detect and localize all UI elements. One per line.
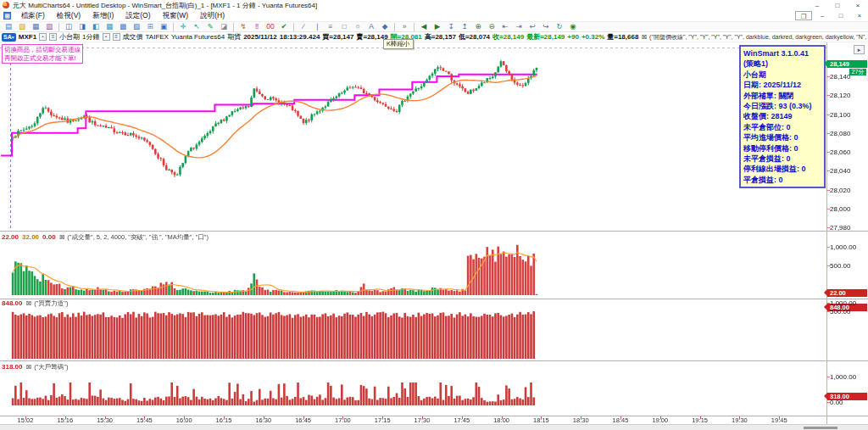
strength-value: 848.00 xyxy=(2,299,22,307)
volume-value: 量=18,668 xyxy=(607,32,638,42)
maximize-button[interactable]: □ xyxy=(827,1,848,10)
new-quote-window-icon[interactable]: ◨ xyxy=(75,22,89,31)
save-desktop-icon[interactable]: ▦ xyxy=(29,22,42,31)
compress-bars-icon[interactable]: ↧ xyxy=(444,22,458,31)
scroll-right-icon[interactable]: ⇥ xyxy=(512,22,526,31)
mdi-maximize-button[interactable]: □ xyxy=(832,11,849,20)
change-value: +90 xyxy=(567,33,579,41)
price-axis-label: 28,080 xyxy=(830,130,850,137)
bigplayer-checkbox-icon[interactable]: ⊠ xyxy=(25,363,31,371)
redo-icon[interactable]: ↪ xyxy=(539,22,553,31)
time-axis-label: 19:00 xyxy=(652,416,668,424)
marker-tool-icon[interactable]: ◆ xyxy=(378,22,392,31)
mdi-minimize-button[interactable]: – xyxy=(814,11,831,20)
winsmart-line: 未平倉損益: 0 xyxy=(743,154,821,164)
close-button[interactable]: × xyxy=(848,1,868,10)
symbol-label[interactable]: MXF1 xyxy=(19,33,36,41)
price-axis-label: 28,100 xyxy=(830,111,850,119)
time-axis-label: 17:15 xyxy=(375,416,391,424)
winsmart-strategy-panel: WinSmart 3.1.0.41(策略1)小台期日期: 2025/11/12外… xyxy=(739,45,826,188)
fibonacci-icon[interactable]: ≡ xyxy=(324,22,337,31)
menu-format[interactable]: 設定(O) xyxy=(120,11,156,21)
trade-warning-box: 切換商品，請切斷交易連線 再開啟正式交易才能下單! xyxy=(2,44,83,64)
menu-insert[interactable]: 新增(I) xyxy=(86,11,120,21)
drawing-tools-icon[interactable]: ✎ xyxy=(203,22,217,31)
time-axis-label: 16:45 xyxy=(295,416,311,424)
time-axis-label: 16:00 xyxy=(176,416,192,424)
chart-area: 切換商品，請切斷交易連線 再開啟正式交易才能下單! K棒縮小 WinSmart … xyxy=(0,42,868,430)
new-matrix-icon[interactable]: ▩ xyxy=(116,22,130,31)
price-axis-label: 28,040 xyxy=(830,167,850,175)
mdi-restore-button[interactable]: ❐ xyxy=(795,11,812,20)
mdi-close-button[interactable]: × xyxy=(851,11,868,20)
menu-bar: ▦ 檔案(F) 檢視(V) 新增(I) 設定(O) 視窗(W) 說明(H) ❐ … xyxy=(0,10,868,22)
order-entry-icon[interactable]: 00 xyxy=(264,22,277,31)
menu-file[interactable]: 檔案(F) xyxy=(15,11,51,21)
page-forward-icon[interactable]: ▶ xyxy=(431,22,444,31)
zoom-out-icon[interactable]: ⊖ xyxy=(485,22,498,31)
volume-axis-label: 1,000.00 xyxy=(830,243,856,251)
new-market-depth-icon[interactable]: ◧ xyxy=(89,22,103,31)
price-axis-label: 28,000 xyxy=(830,205,850,213)
indicator-checkbox-icon[interactable]: ⊠ xyxy=(641,33,647,41)
volume-value-2: 32.00 xyxy=(22,233,39,241)
low-value: 低=28,074 xyxy=(459,32,490,42)
pointer-tool-icon[interactable]: ↖ xyxy=(190,22,203,31)
copy-window-icon[interactable]: ⊞ xyxy=(143,22,157,31)
interval-menu-box[interactable]: ≡ xyxy=(113,33,120,41)
text-tool-icon[interactable]: A xyxy=(364,22,378,31)
global-settings-icon[interactable]: ◉ xyxy=(566,22,580,31)
window-layout-icon[interactable]: ▣ xyxy=(157,22,170,31)
winsmart-line: 停利線出場損益: 0 xyxy=(743,164,821,174)
time-axis-label: 15:02 xyxy=(18,416,34,424)
scroll-left-icon[interactable]: ⇤ xyxy=(498,22,512,31)
menu-window[interactable]: 視窗(W) xyxy=(157,11,195,21)
crosshair-icon[interactable]: ✛ xyxy=(176,22,190,31)
scrollbar-thumb[interactable] xyxy=(804,427,837,429)
winsmart-line: 未平倉部位: 0 xyxy=(743,122,821,132)
ellipse-tool-icon[interactable]: ○ xyxy=(351,22,364,31)
overflow-chevron-icon[interactable]: » xyxy=(398,22,411,31)
volume-pane-header: 22.0032.000.00⊠("成交量", 5, 2, 4000, "突破",… xyxy=(2,233,209,242)
account-selector[interactable]: SA▾ xyxy=(2,33,16,42)
open-folder-icon[interactable]: ▨ xyxy=(15,22,29,31)
menu-view[interactable]: 檢視(V) xyxy=(51,11,86,21)
indicator-config-text: ("開盤價收線", "Y", "Y", "Y", "Y", "Y", darkb… xyxy=(649,33,868,42)
exchange-label: TAIFEX xyxy=(146,33,169,41)
high-value: 高=28,157 xyxy=(425,32,456,42)
reload-data-icon[interactable]: ↻ xyxy=(553,22,566,31)
menu-help[interactable]: 說明(H) xyxy=(194,11,231,21)
symbol-option-box[interactable]: • xyxy=(39,33,47,41)
confirm-trade-icon[interactable]: ✔ xyxy=(277,22,291,31)
trendline-icon[interactable]: ∕ xyxy=(297,22,310,31)
winsmart-line: 外部補單: 關閉 xyxy=(743,91,821,101)
zoom-in-icon[interactable]: ⊕ xyxy=(471,22,485,31)
bid-value: 買=28,147 xyxy=(322,32,353,42)
winsmart-line: WinSmart 3.1.0.41 xyxy=(743,48,821,59)
page-back-icon[interactable]: ◀ xyxy=(417,22,431,31)
print-icon[interactable]: ▥ xyxy=(42,22,56,31)
instrument-status-bar: SA▾ MXF1 • ≡ 小台期 1分鐘 • ≡ 成交價 TAIFEX Yuan… xyxy=(0,32,868,42)
eraser-icon[interactable]: ◪ xyxy=(217,22,231,31)
symbol-menu-box[interactable]: ≡ xyxy=(49,33,57,41)
new-chart-window-icon[interactable]: ◫ xyxy=(62,22,75,31)
last-value: 最新=28,149 xyxy=(526,32,565,42)
alerts-icon[interactable]: ‼ xyxy=(250,22,264,31)
strength-checkbox-icon[interactable]: ⊠ xyxy=(25,299,31,307)
trade-warning-line1: 切換商品，請切斷交易連線 xyxy=(4,46,81,54)
interval-option-box[interactable]: • xyxy=(103,33,110,41)
expand-bars-icon[interactable]: ↥ xyxy=(458,22,471,31)
new-hotlist-icon[interactable]: ▧ xyxy=(130,22,143,31)
expand-panel-button[interactable]: ▸ xyxy=(854,45,865,54)
minimize-button[interactable]: – xyxy=(807,1,827,10)
horizontal-scrollbar[interactable] xyxy=(0,424,868,430)
vertical-line-icon[interactable]: ∣ xyxy=(310,22,324,31)
time-axis-label: 15:16 xyxy=(57,416,73,424)
rectangle-tool-icon[interactable]: □ xyxy=(337,22,351,31)
workspace-icon[interactable]: ▤ xyxy=(2,22,15,31)
undo-icon[interactable]: ↩ xyxy=(526,22,539,31)
volume-checkbox-icon[interactable]: ⊠ xyxy=(59,233,65,241)
strategy-icon[interactable]: ↯ xyxy=(236,22,250,31)
new-scanner-icon[interactable]: ▦ xyxy=(103,22,116,31)
bigplayer-axis-label: 0.00 xyxy=(830,399,843,406)
